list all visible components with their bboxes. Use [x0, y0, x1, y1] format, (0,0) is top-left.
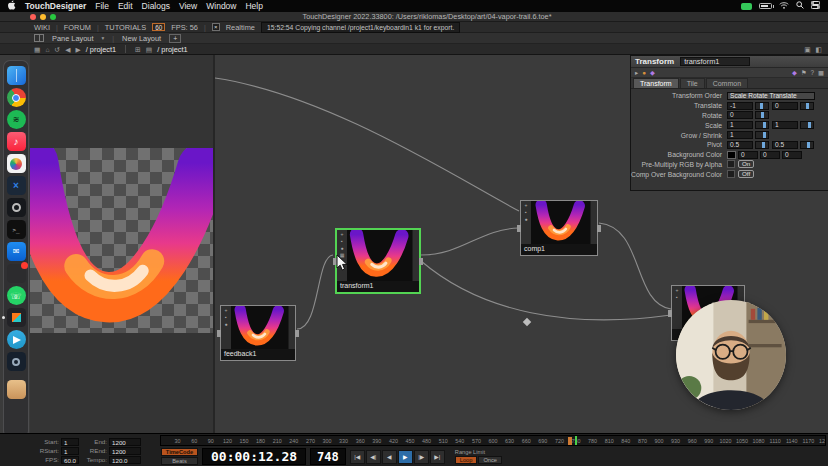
- node-flag-rail[interactable]: + ▪ ●: [221, 306, 231, 349]
- grow-shrink-slider[interactable]: [755, 131, 769, 139]
- translate-y-field[interactable]: 0: [772, 102, 798, 110]
- dock-icon-terminal[interactable]: >_: [7, 220, 26, 239]
- node-label[interactable]: feedback1: [221, 349, 295, 360]
- pane-type-icon[interactable]: ▦: [34, 45, 40, 54]
- node-display-flag-icon[interactable]: ▪: [525, 209, 527, 215]
- fps-field[interactable]: 60.0: [61, 456, 79, 464]
- tempo-field[interactable]: 120.0: [109, 456, 141, 464]
- dock-icon-finder[interactable]: [7, 66, 26, 85]
- breadcrumb-path-left[interactable]: / project1: [86, 45, 116, 54]
- add-layout-button[interactable]: +: [169, 34, 181, 43]
- performance-indicator[interactable]: 60: [152, 23, 165, 31]
- transform-order-menu[interactable]: Scale Rotate Translate: [727, 92, 815, 100]
- menu-item-window[interactable]: Window: [206, 1, 236, 11]
- forum-link[interactable]: FORUM: [64, 23, 91, 32]
- jump-to-end-button[interactable]: ▶|: [430, 450, 445, 464]
- home-icon[interactable]: ⌂: [45, 45, 49, 54]
- battery-icon[interactable]: [759, 3, 772, 9]
- timeline-ruler[interactable]: 3060901201501802102402703003303603904204…: [160, 435, 826, 446]
- end-field[interactable]: 1200: [109, 438, 141, 446]
- grow-shrink-field[interactable]: 1: [727, 131, 753, 139]
- pane-layout-dropdown[interactable]: Pane Layout: [52, 34, 94, 43]
- background-color-swatch[interactable]: [727, 151, 736, 159]
- beats-mode-button[interactable]: Beats: [161, 457, 198, 465]
- dock-icon-obs[interactable]: [7, 198, 26, 217]
- dock-icon-steam[interactable]: [7, 352, 26, 371]
- pane-options-icon[interactable]: ◧: [816, 45, 822, 54]
- menu-app-name[interactable]: TouchDesigner: [25, 1, 86, 11]
- rotate-field[interactable]: 0: [727, 111, 753, 119]
- translate-y-slider[interactable]: [800, 102, 814, 110]
- loop-button[interactable]: Loop: [455, 456, 478, 464]
- node-render-flag-icon[interactable]: ●: [524, 216, 527, 222]
- realtime-checkbox[interactable]: ×: [212, 23, 220, 31]
- zoom-window-button[interactable]: [50, 14, 56, 20]
- once-button[interactable]: Once: [478, 456, 502, 464]
- node-viewer-flag-icon[interactable]: +: [676, 287, 679, 293]
- node-viewer-flag-icon[interactable]: +: [225, 307, 228, 313]
- scale-y-field[interactable]: 1: [772, 121, 798, 129]
- dock-icon-downloads[interactable]: [7, 380, 26, 399]
- node-feedback1[interactable]: + ▪ ● feedback1: [220, 305, 296, 361]
- pivot-y-slider[interactable]: [800, 141, 814, 149]
- step-back-button[interactable]: ◀|: [366, 450, 381, 464]
- menu-item-edit[interactable]: Edit: [118, 1, 133, 11]
- params-language-icon[interactable]: ◆: [650, 69, 655, 77]
- node-render-flag-icon[interactable]: ●: [224, 321, 227, 327]
- node-render-flag-icon[interactable]: ●: [340, 245, 343, 251]
- pivot-x-slider[interactable]: [755, 141, 769, 149]
- translate-x-slider[interactable]: [755, 102, 769, 110]
- dock-icon-chrome[interactable]: [7, 88, 26, 107]
- layout-grid-icon[interactable]: [34, 34, 44, 42]
- apple-menu-icon[interactable]: [8, 0, 16, 12]
- pivot-x-field[interactable]: 0.5: [727, 141, 753, 149]
- forward-icon[interactable]: ▶: [75, 45, 80, 54]
- node-label[interactable]: transform1: [337, 281, 419, 292]
- params-color-icon[interactable]: ●: [642, 69, 646, 77]
- back-icon[interactable]: ◀: [65, 45, 70, 54]
- params-grid-icon[interactable]: ▦: [818, 69, 824, 77]
- refresh-icon[interactable]: ↺: [55, 45, 61, 54]
- screen-share-icon[interactable]: [741, 3, 752, 10]
- wiki-link[interactable]: WIKI: [34, 23, 50, 32]
- dock-icon-mail[interactable]: ✉: [7, 242, 26, 261]
- tab-common[interactable]: Common: [706, 78, 748, 88]
- premultiply-toggle[interactable]: [727, 160, 735, 168]
- step-forward-button[interactable]: |▶: [414, 450, 429, 464]
- scale-x-field[interactable]: 1: [727, 121, 753, 129]
- comp-over-state-button[interactable]: Off: [738, 170, 754, 178]
- menu-item-file[interactable]: File: [95, 1, 109, 11]
- dock-icon-whatsapp[interactable]: ☏: [7, 286, 26, 305]
- new-layout-button[interactable]: New Layout: [122, 34, 161, 43]
- playhead-flag[interactable]: [568, 437, 572, 446]
- dock-icon-touchdesigner[interactable]: [7, 308, 26, 327]
- pivot-y-field[interactable]: 0.5: [772, 141, 798, 149]
- node-flag-rail[interactable]: + ▪ ●: [521, 201, 531, 244]
- node-display-flag-icon[interactable]: ▪: [225, 314, 227, 320]
- menu-item-dialogs[interactable]: Dialogs: [142, 1, 170, 11]
- close-window-button[interactable]: [30, 14, 36, 20]
- maximize-pane-icon[interactable]: ▣: [804, 45, 810, 54]
- spotlight-icon[interactable]: [796, 1, 804, 11]
- rstart-field[interactable]: 1: [61, 447, 79, 455]
- control-center-icon[interactable]: [811, 1, 820, 11]
- frame-display[interactable]: 748: [310, 448, 346, 465]
- params-info-icon[interactable]: ▸: [635, 69, 638, 77]
- node-display-flag-icon[interactable]: ▪: [341, 238, 343, 244]
- scale-y-slider[interactable]: [800, 121, 814, 129]
- chevron-down-icon[interactable]: ▾: [102, 35, 105, 41]
- translate-x-field[interactable]: -1: [727, 102, 753, 110]
- params-flag-icon[interactable]: ⚑: [801, 69, 807, 77]
- menu-item-help[interactable]: Help: [245, 1, 262, 11]
- dock-icon-telegram[interactable]: [7, 330, 26, 349]
- play-button[interactable]: ▶: [398, 450, 413, 464]
- wifi-icon[interactable]: [779, 1, 789, 11]
- playhead[interactable]: [575, 436, 577, 445]
- bg-r-field[interactable]: 0: [738, 151, 758, 159]
- rend-field[interactable]: 1200: [109, 447, 141, 455]
- tutorials-link[interactable]: TUTORIALS: [105, 23, 146, 32]
- bg-g-field[interactable]: 0: [760, 151, 780, 159]
- node-display-flag-icon[interactable]: ▪: [676, 294, 678, 300]
- premultiply-state-button[interactable]: On: [738, 160, 754, 168]
- menu-item-view[interactable]: View: [179, 1, 197, 11]
